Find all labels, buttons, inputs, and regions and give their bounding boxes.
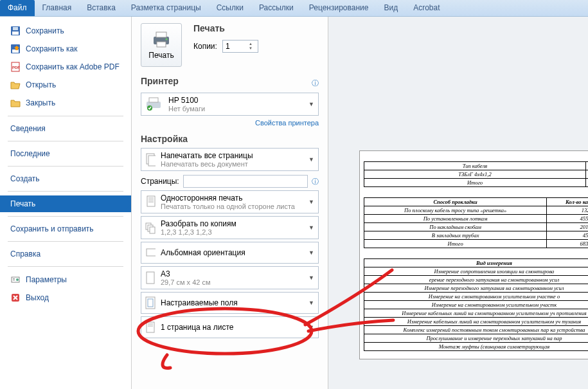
- chevron-down-icon: ▼: [308, 156, 314, 163]
- sidebar-item-close[interactable]: Закрыть: [0, 94, 131, 112]
- sidebar-label: Создать: [10, 174, 40, 183]
- print-button-label: Печать: [148, 51, 174, 60]
- duplex-select[interactable]: Односторонняя печать Печатать только на …: [141, 190, 319, 213]
- svg-text:PDF: PDF: [12, 66, 20, 69]
- svg-rect-9: [13, 280, 15, 280]
- svg-rect-21: [147, 196, 155, 206]
- sidebar-item-save-as[interactable]: Сохранить как: [0, 40, 131, 58]
- sidebar-item-print[interactable]: Печать: [0, 195, 131, 212]
- pages-per-sheet-select[interactable]: 1 страница на листе ▼: [141, 316, 319, 338]
- tab-mailings[interactable]: Рассылки: [251, 0, 301, 16]
- tab-acrobat[interactable]: Acrobat: [405, 0, 447, 16]
- doc-total-label: Итого см: [364, 155, 588, 161]
- chevron-down-icon: ▼: [308, 199, 314, 205]
- printer-name: HP 5100: [168, 96, 303, 105]
- tab-page-layout[interactable]: Разметка страницы: [123, 0, 209, 16]
- sidebar-item-exit[interactable]: Выход: [0, 289, 131, 307]
- setup-heading: Настройка: [141, 134, 319, 144]
- collate-select[interactable]: Разобрать по копиям 1,2,3 1,2,3 1,2,3 ▼: [141, 216, 319, 239]
- doc-table-3: Вид измерения Измерение сопротивления из…: [364, 258, 588, 351]
- save-as-icon: [10, 44, 21, 54]
- cell: ТЗБлГ 4x4x1,2: [364, 170, 586, 179]
- svg-rect-8: [13, 278, 15, 279]
- info-icon[interactable]: ⓘ: [312, 177, 319, 186]
- separator: [8, 241, 123, 242]
- sidebar-label: Справка: [10, 249, 40, 258]
- margins-icon: [145, 298, 156, 308]
- paper-sub: 29,7 см x 42 см: [161, 278, 303, 286]
- sidebar-item-options[interactable]: Параметры: [0, 271, 131, 289]
- separator: [8, 191, 123, 192]
- sidebar-item-info[interactable]: Сведения: [0, 120, 131, 137]
- sheets-title: 1 страница на листе: [161, 323, 303, 332]
- tab-references[interactable]: Ссылки: [209, 0, 251, 16]
- tab-insert[interactable]: Вставка: [79, 0, 123, 16]
- spinner-arrows[interactable]: ▲▼: [249, 42, 255, 51]
- printer-properties-link[interactable]: Свойства принтера: [255, 119, 319, 127]
- duplex-icon: [145, 197, 156, 207]
- sidebar-item-help[interactable]: Справка: [0, 246, 131, 262]
- sidebar-item-save-pdf[interactable]: PDF Сохранить как Adobe PDF: [0, 58, 131, 76]
- cell: Итого: [364, 179, 586, 187]
- doc-section-title: Способ: [364, 191, 588, 197]
- folder-open-icon: [10, 80, 21, 90]
- tab-home[interactable]: Главная: [35, 0, 80, 16]
- svg-point-10: [16, 278, 19, 281]
- print-button[interactable]: Печать: [141, 23, 182, 67]
- save-icon: [10, 26, 21, 36]
- print-scope-select[interactable]: Напечатать все страницы Напечатать весь …: [141, 148, 319, 171]
- printer-heading: Принтер: [141, 76, 179, 86]
- chevron-down-icon: ▼: [308, 324, 314, 330]
- pdf-icon: PDF: [10, 62, 21, 72]
- backstage-sidebar: Сохранить Сохранить как PDF Сохранить ка…: [0, 17, 132, 389]
- exit-icon: [10, 293, 21, 303]
- print-preview: Итого см Тип кабеля ТЗБлГ 4x4x1,2 Итого …: [328, 17, 588, 389]
- printer-status: Нет бумаги: [168, 105, 303, 113]
- sidebar-item-new[interactable]: Создать: [0, 170, 131, 187]
- sidebar-item-save[interactable]: Сохранить: [0, 22, 131, 40]
- sidebar-label: Сведения: [10, 124, 46, 133]
- copies-spinner[interactable]: ▲▼: [222, 40, 258, 53]
- paper-size-select[interactable]: A3 29,7 см x 42 см ▼: [141, 266, 319, 289]
- page-per-sheet-icon: [145, 322, 156, 332]
- sidebar-label: Сохранить: [26, 26, 64, 35]
- sidebar-label: Сохранить и отправить: [10, 224, 94, 233]
- pages-input[interactable]: [183, 175, 308, 188]
- copies-input[interactable]: [226, 42, 246, 51]
- duplex-title: Односторонняя печать: [161, 194, 303, 203]
- collate-sub: 1,2,3 1,2,3 1,2,3: [161, 228, 303, 236]
- separator: [8, 216, 123, 217]
- margins-title: Настраиваемые поля: [161, 298, 303, 307]
- copies-label: Копии:: [193, 42, 217, 51]
- svg-rect-27: [150, 227, 155, 233]
- sidebar-item-open[interactable]: Открыть: [0, 76, 131, 94]
- tab-review[interactable]: Рецензирование: [301, 0, 377, 16]
- printer-icon: [151, 30, 172, 48]
- sidebar-label: Закрыть: [26, 98, 55, 107]
- paper-title: A3: [161, 269, 303, 278]
- svg-rect-17: [149, 98, 158, 102]
- collate-icon: [145, 222, 156, 233]
- doc-table-1: Тип кабеля ТЗБлГ 4x4x1,2 Итого: [364, 161, 588, 187]
- pages-icon: [145, 154, 156, 165]
- svg-rect-13: [156, 32, 166, 37]
- separator: [8, 166, 123, 167]
- sidebar-item-share[interactable]: Сохранить и отправить: [0, 221, 131, 237]
- separator: [8, 116, 123, 116]
- options-icon: [10, 275, 21, 285]
- orientation-select[interactable]: Альбомная ориентация ▼: [141, 242, 319, 264]
- margins-select[interactable]: Настраиваемые поля ▼: [141, 292, 319, 314]
- sidebar-label: Выход: [26, 293, 49, 302]
- svg-rect-29: [147, 272, 154, 284]
- svg-rect-14: [157, 42, 166, 47]
- sidebar-item-recent[interactable]: Последние: [0, 145, 131, 162]
- separator: [8, 141, 123, 141]
- pages-label: Страницы:: [141, 177, 179, 186]
- tab-file[interactable]: Файл: [0, 0, 35, 16]
- tab-view[interactable]: Вид: [376, 0, 405, 16]
- ribbon-tabs: Файл Главная Вставка Разметка страницы С…: [0, 0, 588, 17]
- print-settings-panel: Печать Печать Копии: ▲▼ Принтер ⓘ: [132, 17, 328, 389]
- printer-select[interactable]: HP 5100 Нет бумаги ▼: [141, 93, 319, 116]
- doc-table-2: Способ прокладкиКол-во кабеля (мПо плоск…: [364, 197, 588, 248]
- info-icon[interactable]: ⓘ: [312, 78, 319, 88]
